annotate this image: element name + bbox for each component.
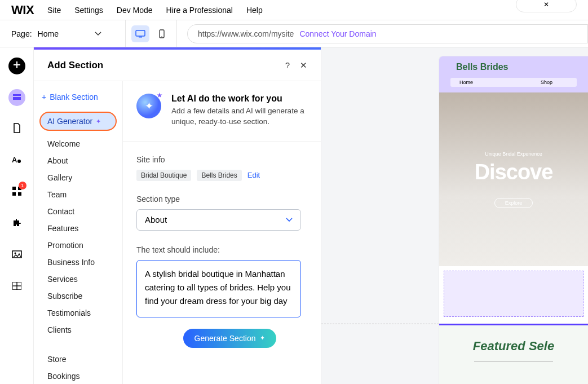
top-pill[interactable]: ✕ <box>516 0 577 12</box>
ai-generator-nav-item[interactable]: AI Generator ✦ <box>39 112 117 131</box>
menu-help[interactable]: Help <box>246 6 263 15</box>
text-include-textarea[interactable]: A stylish bridal boutique in Manhattan c… <box>136 260 301 317</box>
mobile-view-button[interactable] <box>153 25 171 42</box>
nav-testimonials[interactable]: Testimonials <box>34 304 122 321</box>
nav-promotion[interactable]: Promotion <box>34 237 122 254</box>
svg-point-7 <box>17 160 21 163</box>
nav-features[interactable]: Features <box>34 220 122 237</box>
device-switcher <box>125 20 177 47</box>
page-toolbar: Page: Home https://www.wix.com/mysite Co… <box>0 20 588 47</box>
page-selector[interactable]: Page: Home <box>0 29 125 38</box>
section-type-value: About <box>145 215 167 224</box>
edit-site-info-link[interactable]: Edit <box>247 171 260 179</box>
chevron-down-icon <box>286 218 293 222</box>
chip-bridal-boutique: Bridal Boutique <box>136 170 191 181</box>
divider <box>123 141 321 142</box>
design-button[interactable]: A <box>8 152 25 169</box>
nav-business-info[interactable]: Business Info <box>34 254 122 271</box>
sections-button[interactable] <box>8 89 25 106</box>
apps-badge: 1 <box>19 182 26 189</box>
menu-site[interactable]: Site <box>47 6 61 15</box>
desktop-icon <box>135 30 145 38</box>
section-category-nav: + Blank Section AI Generator ✦ Welcome A… <box>34 81 123 384</box>
page-value: Home <box>38 29 59 38</box>
site-info-label: Site info <box>136 155 307 164</box>
nav-about[interactable]: About <box>34 152 122 169</box>
site-preview[interactable]: Bells Brides Home Shop Unique Bridal Exp… <box>439 56 588 384</box>
nav-contact[interactable]: Contact <box>34 203 122 220</box>
grid-icon <box>12 282 21 292</box>
ai-hero-title: Let AI do the work for you <box>171 94 307 104</box>
media-button[interactable] <box>8 247 25 264</box>
preview-featured-section: Featured Sele <box>439 324 588 384</box>
preview-hero: Unique Bridal Experience Discove Explore <box>439 92 588 266</box>
nav-subscribe[interactable]: Subscribe <box>34 288 122 304</box>
panel-header: Add Section ? ✕ <box>34 50 321 81</box>
left-tool-rail: A 1 <box>0 47 34 384</box>
nav-gallery[interactable]: Gallery <box>34 169 122 186</box>
nav-bookings[interactable]: Bookings <box>34 368 122 384</box>
mobile-icon <box>159 29 165 38</box>
preview-nav: Home Shop <box>450 78 577 87</box>
preview-explore-button[interactable]: Explore <box>494 198 533 208</box>
addons-button[interactable] <box>8 215 25 232</box>
nav-store[interactable]: Store <box>34 351 122 368</box>
svg-point-13 <box>14 253 16 254</box>
text-include-label: The text should include: <box>136 245 307 254</box>
nav-services[interactable]: Services <box>34 271 122 288</box>
page-icon <box>12 123 21 135</box>
sparkle-icon: ✦ <box>96 118 101 125</box>
svg-rect-8 <box>12 187 16 190</box>
ai-hero: ✦ Let AI do the work for you Add a few d… <box>136 94 307 127</box>
nav-clients[interactable]: Clients <box>34 321 122 338</box>
menu-hire-pro[interactable]: Hire a Professional <box>166 6 233 15</box>
ai-sparkle-icon: ✦ <box>136 94 161 118</box>
menu-settings[interactable]: Settings <box>74 6 103 15</box>
ai-hero-body: Add a few details and AI will generate a… <box>171 106 307 127</box>
nav-welcome[interactable]: Welcome <box>34 135 122 152</box>
svg-rect-4 <box>13 94 21 96</box>
menu-dev-mode[interactable]: Dev Mode <box>117 6 153 15</box>
url-bar[interactable]: https://www.wix.com/mysite Connect Your … <box>187 24 588 43</box>
panel-title: Add Section <box>47 60 103 71</box>
apps-button[interactable]: 1 <box>8 184 25 201</box>
connect-domain-link[interactable]: Connect Your Domain <box>299 29 376 38</box>
page-label: Page: <box>11 29 32 38</box>
desktop-view-button[interactable] <box>131 25 149 42</box>
top-menubar: WIX Site Settings Dev Mode Hire a Profes… <box>0 0 588 20</box>
content-button[interactable] <box>8 279 25 295</box>
preview-drop-zone[interactable] <box>444 271 583 317</box>
generate-section-button[interactable]: Generate Section ✦ <box>183 329 277 348</box>
plus-icon <box>13 61 21 71</box>
image-icon <box>12 250 22 261</box>
pages-button[interactable] <box>8 121 25 138</box>
close-panel-button[interactable]: ✕ <box>300 60 307 70</box>
close-icon: ✕ <box>543 1 549 8</box>
svg-rect-0 <box>136 30 145 36</box>
section-type-label: Section type <box>136 195 307 204</box>
blank-section-button[interactable]: + Blank Section <box>34 89 122 112</box>
sparkle-icon: ✦ <box>260 334 265 342</box>
url-text: https://www.wix.com/mysite <box>198 29 294 38</box>
help-button[interactable]: ? <box>285 60 290 70</box>
generate-label: Generate Section <box>194 334 256 343</box>
add-element-button[interactable] <box>8 58 25 74</box>
svg-rect-11 <box>18 192 21 196</box>
svg-rect-5 <box>13 97 21 100</box>
site-info-chips: Bridal Boutique Bells Brides Edit <box>136 170 307 181</box>
add-section-panel: Add Section ? ✕ + Blank Section AI Gener… <box>34 47 321 384</box>
preview-featured-rule <box>474 361 553 362</box>
preview-featured-title: Featured Sele <box>473 339 554 353</box>
wix-logo[interactable]: WIX <box>11 3 34 17</box>
preview-brand-name: Bells Brides <box>456 62 508 72</box>
preview-nav-shop[interactable]: Shop <box>541 80 552 85</box>
svg-text:A: A <box>12 156 17 164</box>
preview-canvas[interactable]: Bells Brides Home Shop Unique Bridal Exp… <box>321 47 588 384</box>
chip-bells-brides: Bells Brides <box>197 170 241 181</box>
preview-brand-bar: Bells Brides <box>439 56 588 78</box>
nav-team[interactable]: Team <box>34 186 122 203</box>
preview-nav-home[interactable]: Home <box>459 80 473 85</box>
section-icon <box>12 92 21 103</box>
blank-section-label: Blank Section <box>50 92 98 101</box>
section-type-select[interactable]: About <box>136 209 301 231</box>
